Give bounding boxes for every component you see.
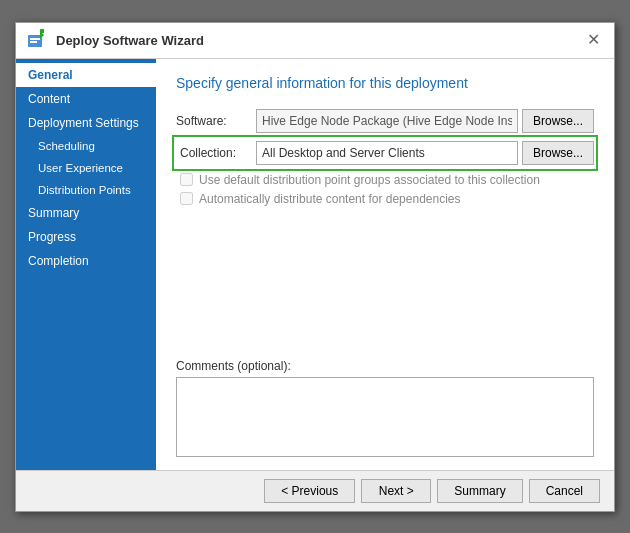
close-button[interactable]: ✕ <box>583 32 604 48</box>
sidebar-item-scheduling[interactable]: Scheduling <box>16 135 156 157</box>
comments-section: Comments (optional): <box>176 359 594 460</box>
checkbox1-label: Use default distribution point groups as… <box>199 173 540 187</box>
cancel-button[interactable]: Cancel <box>529 479 600 503</box>
wizard-icon <box>26 29 48 51</box>
auto-distribute-checkbox[interactable] <box>180 192 193 205</box>
software-label: Software: <box>176 114 256 128</box>
software-row: Software: Browse... <box>176 109 594 133</box>
main-area: General Content Deployment Settings Sche… <box>16 59 614 470</box>
title-bar: Deploy Software Wizard ✕ <box>16 23 614 59</box>
comments-textarea[interactable] <box>176 377 594 457</box>
collection-label: Collection: <box>176 146 256 160</box>
sidebar-item-general[interactable]: General <box>16 63 156 87</box>
footer: < Previous Next > Summary Cancel <box>16 470 614 511</box>
dialog-title: Deploy Software Wizard <box>56 33 204 48</box>
content-area: Specify general information for this dep… <box>156 59 614 470</box>
collection-browse-button[interactable]: Browse... <box>522 141 594 165</box>
sidebar-item-summary[interactable]: Summary <box>16 201 156 225</box>
sidebar-item-progress[interactable]: Progress <box>16 225 156 249</box>
software-input[interactable] <box>256 109 518 133</box>
sidebar-item-content[interactable]: Content <box>16 87 156 111</box>
checkbox2-row: Automatically distribute content for dep… <box>176 192 594 206</box>
summary-button[interactable]: Summary <box>437 479 522 503</box>
sidebar-item-distribution-points[interactable]: Distribution Points <box>16 179 156 201</box>
sidebar-item-deployment-settings[interactable]: Deployment Settings <box>16 111 156 135</box>
page-title: Specify general information for this dep… <box>176 75 594 91</box>
svg-rect-1 <box>30 38 40 40</box>
next-button[interactable]: Next > <box>361 479 431 503</box>
distribution-points-checkbox[interactable] <box>180 173 193 186</box>
checkbox2-label: Automatically distribute content for dep… <box>199 192 461 206</box>
collection-input[interactable] <box>256 141 518 165</box>
deploy-software-wizard: Deploy Software Wizard ✕ General Content… <box>15 22 615 512</box>
sidebar-item-user-experience[interactable]: User Experience <box>16 157 156 179</box>
svg-rect-4 <box>40 29 44 33</box>
previous-button[interactable]: < Previous <box>264 479 355 503</box>
svg-rect-2 <box>30 41 37 43</box>
sidebar: General Content Deployment Settings Sche… <box>16 59 156 470</box>
sidebar-item-completion[interactable]: Completion <box>16 249 156 273</box>
collection-row: Collection: Browse... <box>176 139 594 167</box>
checkbox1-row: Use default distribution point groups as… <box>176 173 594 187</box>
comments-label: Comments (optional): <box>176 359 594 373</box>
software-browse-button[interactable]: Browse... <box>522 109 594 133</box>
